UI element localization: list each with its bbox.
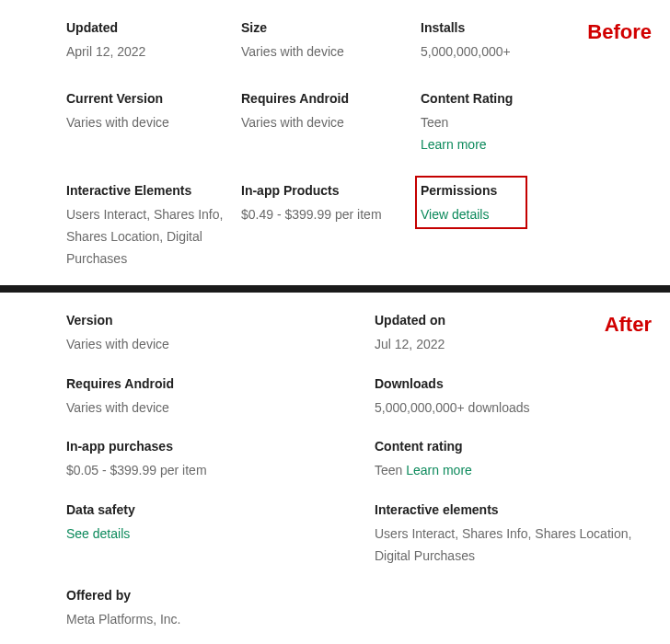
downloads-label: Downloads	[375, 376, 636, 391]
content-rating-value: Teen Learn more	[421, 112, 590, 156]
data-safety-item: Data safety See details	[66, 502, 375, 568]
section-divider	[0, 285, 670, 293]
before-grid: Updated April 12, 2022 Size Varies with …	[66, 20, 670, 270]
requires-android-value-after: Varies with device	[66, 397, 360, 420]
version-item: Version Varies with device	[66, 313, 375, 356]
in-app-products-item: In-app Products $0.49 - $399.99 per item	[241, 183, 421, 270]
in-app-purchases-label: In-app purchases	[66, 439, 360, 454]
requires-android-label-after: Requires Android	[66, 376, 360, 391]
current-version-value: Varies with device	[66, 112, 226, 134]
content-rating-label-after: Content rating	[375, 439, 636, 454]
after-grid: Version Varies with device Updated on Ju…	[66, 313, 670, 631]
size-value: Varies with device	[241, 41, 406, 63]
interactive-elements-item: Interactive Elements Users Interact, Sha…	[66, 183, 241, 270]
updated-on-value: Jul 12, 2022	[375, 334, 636, 356]
updated-value: April 12, 2022	[66, 41, 226, 63]
content-rating-item-after: Content rating Teen Learn more	[375, 439, 651, 482]
content-rating-item: Content Rating Teen Learn more	[421, 91, 605, 156]
after-section: After Version Varies with device Updated…	[0, 293, 670, 644]
in-app-purchases-item: In-app purchases $0.05 - $399.99 per ite…	[66, 439, 375, 482]
current-version-label: Current Version	[66, 91, 226, 106]
version-label: Version	[66, 313, 360, 328]
requires-android-item: Requires Android Varies with device	[241, 91, 421, 156]
version-value: Varies with device	[66, 334, 360, 356]
size-label: Size	[241, 20, 406, 35]
installs-value: 5,000,000,000+	[421, 41, 590, 63]
data-safety-label: Data safety	[66, 502, 360, 517]
in-app-products-value: $0.49 - $399.99 per item	[241, 204, 406, 226]
content-rating-text: Teen	[421, 115, 448, 130]
offered-by-label: Offered by	[66, 588, 360, 603]
interactive-elements-value: Users Interact, Shares Info, Shares Loca…	[66, 204, 226, 270]
before-annotation: Before	[587, 20, 652, 44]
updated-on-label: Updated on	[375, 313, 636, 328]
requires-android-label: Requires Android	[241, 91, 406, 106]
after-annotation: After	[605, 313, 652, 337]
requires-android-value: Varies with device	[241, 112, 406, 134]
installs-label: Installs	[421, 20, 590, 35]
content-rating-label: Content Rating	[421, 91, 590, 106]
updated-label: Updated	[66, 20, 226, 35]
offered-by-value: Meta Platforms, Inc.	[66, 609, 360, 631]
interactive-elements-item-after: Interactive elements Users Interact, Sha…	[375, 502, 651, 568]
permissions-value: View details	[421, 204, 590, 226]
content-rating-value-after: Teen Learn more	[375, 460, 636, 482]
permissions-item: Permissions View details	[421, 183, 605, 270]
data-safety-see-details-link[interactable]: See details	[66, 526, 130, 541]
offered-by-item: Offered by Meta Platforms, Inc.	[66, 588, 375, 631]
interactive-elements-value-after: Users Interact, Shares Info, Shares Loca…	[375, 523, 636, 568]
permissions-view-details-link[interactable]: View details	[421, 207, 489, 222]
in-app-products-label: In-app Products	[241, 183, 406, 198]
updated-item: Updated April 12, 2022	[66, 20, 241, 63]
content-rating-learn-more-link-after[interactable]: Learn more	[406, 463, 472, 477]
interactive-elements-label-after: Interactive elements	[375, 502, 636, 517]
in-app-purchases-value: $0.05 - $399.99 per item	[66, 460, 360, 482]
permissions-label: Permissions	[421, 183, 590, 198]
downloads-value: 5,000,000,000+ downloads	[375, 397, 636, 420]
content-rating-text-after: Teen	[375, 463, 406, 477]
size-item: Size Varies with device	[241, 20, 421, 63]
requires-android-item-after: Requires Android Varies with device	[66, 376, 375, 420]
installs-item: Installs 5,000,000,000+	[421, 20, 605, 63]
content-rating-learn-more-link[interactable]: Learn more	[421, 134, 590, 156]
before-section: Before Updated April 12, 2022 Size Varie…	[0, 0, 670, 285]
downloads-item: Downloads 5,000,000,000+ downloads	[375, 376, 651, 420]
current-version-item: Current Version Varies with device	[66, 91, 241, 156]
data-safety-value: See details	[66, 523, 360, 546]
interactive-elements-label: Interactive Elements	[66, 183, 226, 198]
